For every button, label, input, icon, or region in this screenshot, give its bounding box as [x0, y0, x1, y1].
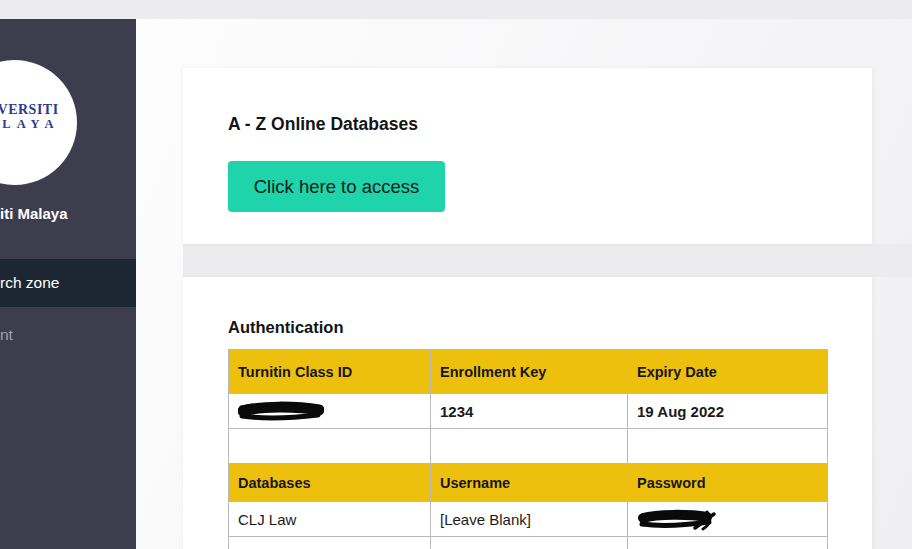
databases-card-title: A - Z Online Databases — [228, 114, 418, 135]
header-username: Username — [431, 464, 628, 502]
username-cell: [Leave Blank] — [431, 502, 628, 537]
university-logo: UNIVERSITI MALAYA — [0, 60, 77, 185]
turnitin-header-row: Turnitin Class ID Enrollment Key Expiry … — [229, 350, 828, 394]
card-divider-band — [183, 244, 912, 277]
sidebar-item-search-zone[interactable]: rch zone — [0, 259, 136, 307]
sidebar-item-account[interactable]: nt — [0, 315, 136, 355]
header-password: Password — [628, 464, 828, 502]
sidebar: UNIVERSITI MALAYA iti Malaya rch zone nt — [0, 19, 136, 549]
top-strip — [0, 0, 912, 19]
password-cell — [628, 502, 828, 537]
turnitin-data-row: 1234 19 Aug 2022 — [229, 394, 828, 429]
logo-line1: UNIVERSITI — [0, 102, 77, 117]
redaction-scribble-icon — [238, 400, 324, 422]
empty-cell — [431, 537, 628, 549]
empty-cell — [229, 429, 431, 464]
authentication-card-title: Authentication — [228, 318, 344, 337]
spacer-row — [229, 429, 828, 464]
main-content: A - Z Online Databases Click here to acc… — [136, 19, 912, 549]
authentication-table: Turnitin Class ID Enrollment Key Expiry … — [228, 349, 828, 549]
header-enrollment-key: Enrollment Key — [431, 350, 628, 394]
university-logo-text: UNIVERSITI MALAYA — [0, 102, 77, 131]
header-turnitin-class-id: Turnitin Class ID — [229, 350, 431, 394]
databases-header-row: Databases Username Password — [229, 464, 828, 502]
database-name-cell: CLJ Law — [229, 502, 431, 537]
empty-cell — [431, 429, 628, 464]
authentication-card: Authentication Turnitin Class ID Enrollm… — [183, 277, 872, 549]
partial-row — [229, 537, 828, 549]
redaction-scribble-icon — [637, 507, 717, 531]
empty-cell — [229, 537, 431, 549]
empty-cell — [628, 429, 828, 464]
turnitin-class-id-cell — [229, 394, 431, 429]
expiry-date-cell: 19 Aug 2022 — [628, 394, 828, 429]
access-databases-button[interactable]: Click here to access — [228, 161, 445, 212]
page: UNIVERSITI MALAYA iti Malaya rch zone nt… — [0, 0, 912, 549]
header-databases: Databases — [229, 464, 431, 502]
sidebar-org-name: iti Malaya — [0, 206, 136, 222]
logo-line2: MALAYA — [0, 118, 77, 131]
database-data-row: CLJ Law [Leave Blank] — [229, 502, 828, 537]
header-expiry-date: Expiry Date — [628, 350, 828, 394]
enrollment-key-cell: 1234 — [431, 394, 628, 429]
empty-cell — [628, 537, 828, 549]
databases-card: A - Z Online Databases Click here to acc… — [183, 68, 872, 244]
